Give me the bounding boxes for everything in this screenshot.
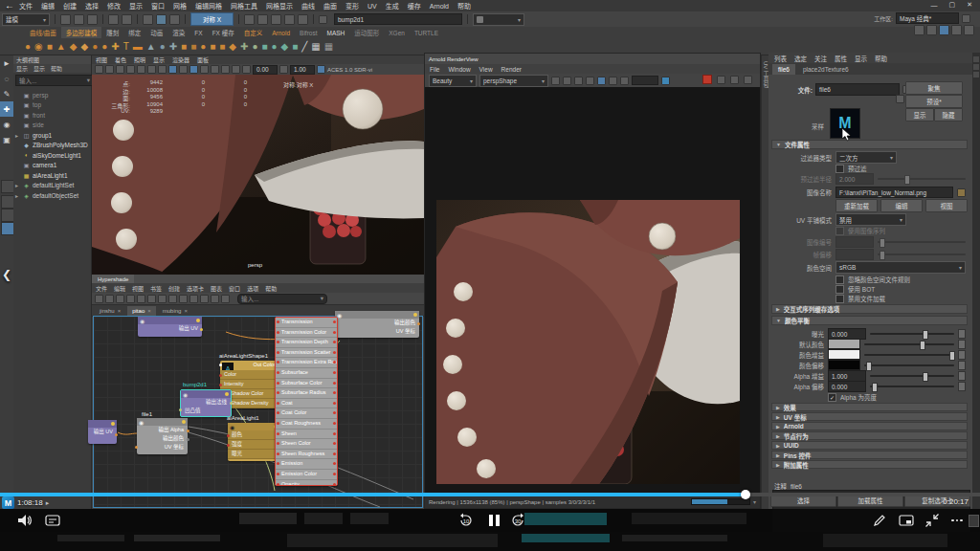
redo-icon[interactable] (122, 14, 132, 25)
attr-tab[interactable]: place2dTexture6 (797, 64, 855, 75)
renderview-menu-item[interactable]: Window (448, 66, 470, 73)
open-scene-icon[interactable] (74, 14, 84, 25)
image-action-button[interactable]: 视图 (925, 199, 968, 212)
outliner-menu-item[interactable]: 显示 (33, 64, 45, 73)
colormanage-icon[interactable] (317, 65, 325, 74)
collapsed-section[interactable]: ▶效果 (771, 403, 968, 411)
menu-item[interactable]: 缓存 (408, 1, 421, 11)
layout-hypershade-button[interactable] (1, 222, 14, 235)
shelf-tab[interactable]: XGen (384, 27, 410, 38)
input-connections-icon[interactable] (319, 15, 327, 24)
collapsed-section[interactable]: ▶Arnold (771, 422, 968, 430)
menu-item[interactable]: 曲面 (323, 1, 337, 11)
menu-item[interactable]: 创建 (63, 1, 77, 11)
shelf-icon[interactable]: ✚ (240, 40, 248, 54)
shelf-icon[interactable]: ◉ (34, 40, 43, 54)
pencil-note-icon[interactable] (871, 512, 888, 529)
alpha-channel-icon[interactable] (609, 77, 617, 85)
menu-item[interactable]: 窗口 (151, 1, 165, 11)
outliner-menu-item[interactable]: 显示 (16, 64, 28, 73)
outliner-search-input[interactable]: 输入...▾ (15, 75, 94, 86)
graph-input-icon[interactable] (126, 295, 135, 303)
last-tool-button[interactable] (1, 180, 14, 193)
hypershade-menu-item[interactable]: 图表 (211, 284, 222, 293)
node-bump2d[interactable]: ◉ 输出法线 凹凸值 (180, 389, 232, 417)
node-place2dtexture-top[interactable]: ◉ 输出 UV (138, 317, 202, 337)
lighting-icon[interactable] (179, 65, 188, 74)
shelf-icon[interactable]: ▦ (324, 40, 333, 54)
surface-port-row[interactable]: Opacity (276, 480, 337, 487)
gamma-field[interactable]: 1.00 (290, 65, 315, 75)
menu-item[interactable]: 网格工具 (231, 1, 257, 11)
video-progress-handle[interactable] (741, 490, 750, 499)
snap-point-icon[interactable] (271, 14, 281, 25)
workspace-dropdown[interactable]: Maya 经典* (896, 12, 959, 24)
gamma-icon[interactable] (279, 65, 288, 74)
isolate-icon[interactable] (232, 65, 240, 74)
snap-plane-icon[interactable] (284, 14, 295, 25)
surface-port-row[interactable]: Emission (276, 459, 337, 470)
forward-nav-icon[interactable] (105, 295, 114, 303)
shelf-icon[interactable]: ■ (261, 40, 267, 54)
shelf-tab[interactable]: 动画 (145, 27, 167, 38)
filter-type-dropdown[interactable]: 二次方▾ (835, 151, 897, 164)
pause-button[interactable] (486, 512, 501, 529)
viewport-menu-item[interactable]: 视图 (96, 55, 107, 64)
video-progress-track[interactable] (0, 493, 980, 496)
attr-menu-item[interactable]: 选定 (794, 54, 807, 63)
close-button[interactable]: ✕ (967, 1, 972, 9)
color-gain-slider[interactable] (864, 354, 954, 356)
collapsed-section[interactable]: ▶Pins 控件 (771, 451, 968, 459)
node-place2dtexture-left[interactable]: 输出 UV (88, 420, 117, 444)
rewind-10-icon[interactable]: 10 (457, 512, 475, 529)
collapsed-section[interactable]: ▶UV 坐标 (771, 412, 968, 421)
node-file-top[interactable]: ◉ 输出颜色UV 坐标 (335, 311, 419, 338)
outliner-menu-item[interactable]: 帮助 (51, 64, 62, 73)
back-arrow-icon[interactable]: ← (5, 0, 14, 11)
textured-icon[interactable] (168, 65, 177, 74)
shelf-icon[interactable]: ▬ (133, 40, 143, 54)
shelf-icon[interactable]: ▲ (56, 40, 66, 54)
wireframe-icon[interactable] (158, 65, 167, 74)
outliner-item[interactable]: ▸ ◈ defaultObjectSet (15, 190, 91, 201)
refresh-render-icon[interactable] (563, 77, 571, 85)
status-expander-icon[interactable]: ▾ (753, 498, 756, 505)
surface-port-row[interactable]: Subsurface Color (276, 379, 337, 389)
show-button[interactable]: 显示 (905, 108, 934, 121)
forward-30-icon[interactable]: 30 (509, 512, 526, 529)
outliner-item[interactable]: ▣ top (15, 100, 91, 111)
snap-grid-icon[interactable] (244, 14, 255, 25)
pin-icon[interactable] (179, 295, 188, 303)
ignore-rules-checkbox[interactable] (835, 276, 844, 284)
exit-fullscreen-icon[interactable] (924, 512, 941, 529)
renderview-menu-item[interactable]: File (430, 66, 439, 73)
quick-rename-input[interactable]: bump2d1 (334, 13, 462, 25)
surface-port-row[interactable]: Subsurface (276, 368, 337, 379)
viewport-menu-item[interactable]: 着色 (115, 55, 126, 64)
lock-icon[interactable] (962, 14, 970, 23)
snap-curve-icon[interactable] (257, 14, 268, 25)
tab-close-icon[interactable]: × (147, 308, 151, 314)
collapsed-section[interactable]: ▶UUID (771, 441, 968, 450)
color-offset-slider[interactable] (864, 364, 954, 366)
default-color-slider[interactable] (864, 343, 954, 345)
shelf-icon[interactable]: T (123, 40, 129, 54)
character-icon[interactable] (914, 25, 924, 35)
shelf-tab[interactable]: 渲染 (167, 27, 189, 38)
collapsed-section[interactable]: ▶节点行为 (771, 431, 968, 440)
texturable-icon[interactable] (958, 329, 966, 339)
presets-button[interactable]: 预设* (905, 95, 963, 108)
shelf-icon[interactable]: ■ (47, 40, 53, 54)
outliner-item[interactable]: ▸ ◈ defaultLightSet (15, 181, 91, 191)
ratio-icon[interactable] (620, 77, 629, 85)
layout-four-button[interactable] (1, 209, 14, 222)
hypershade-menu-item[interactable]: 书签 (150, 284, 162, 293)
tab-close-icon[interactable]: × (118, 308, 122, 314)
outliner-item[interactable]: ◆ ZBrushPolyMesh3D (15, 141, 91, 151)
attr-menu-item[interactable]: 显示 (855, 54, 867, 63)
prev-render-icon[interactable] (730, 76, 739, 84)
dock-channel-icon[interactable] (973, 72, 979, 77)
menu-item[interactable]: 曲线 (301, 1, 315, 11)
shelf-tab[interactable]: 运动图形 (349, 27, 384, 38)
shelf-icon[interactable]: ● (25, 40, 31, 54)
